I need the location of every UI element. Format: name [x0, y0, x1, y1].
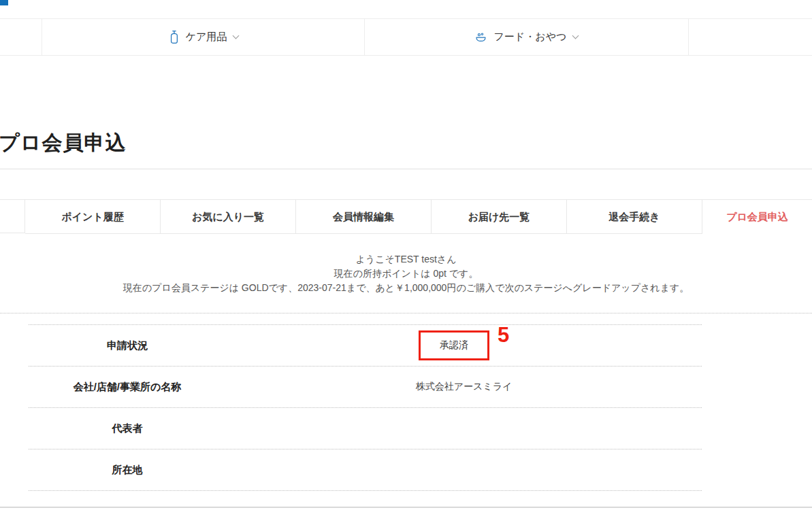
- member-info-row: 申請状況承認済5: [29, 324, 702, 367]
- bottom-divider: [0, 507, 812, 508]
- welcome-message: ようこそTEST testさん 現在の所持ポイントは 0pt です。 現在のプロ…: [0, 252, 812, 295]
- page-title: プロ会員申込: [0, 129, 126, 157]
- account-tab[interactable]: お届け先一覧: [432, 200, 567, 234]
- title-divider: [0, 169, 812, 169]
- annotation-number: 5: [498, 324, 509, 345]
- account-tab[interactable]: 退会手続き: [567, 200, 702, 234]
- nav-left-spacer: [0, 19, 42, 55]
- row-value: 承認済5: [226, 330, 702, 360]
- nav-item-label: フード・おやつ: [494, 31, 567, 44]
- food-bowl-icon: [475, 31, 487, 43]
- row-value: 株式会社アースミライ: [226, 381, 702, 393]
- account-tab[interactable]: 会員情報編集: [296, 200, 432, 234]
- points-line: 現在の所持ポイントは 0pt です。: [0, 267, 812, 281]
- welcome-line: ようこそTEST testさん: [0, 252, 812, 267]
- account-tab[interactable]: プロ会員申込: [702, 200, 812, 234]
- category-nav: ケア用品 フード・おやつ: [0, 18, 812, 56]
- member-info-row: 所在地: [29, 449, 702, 491]
- chevron-down-icon: [233, 33, 240, 39]
- nav-right-spacer: [689, 19, 812, 55]
- section-divider: [0, 313, 812, 313]
- account-tab[interactable]: ポイント履歴: [25, 200, 161, 234]
- stage-line: 現在のプロ会員ステージは GOLDです、2023-07-21まで、あと￥1,00…: [0, 281, 812, 295]
- account-tabs: ポイント履歴お気に入り一覧会員情報編集お届け先一覧退会手続きプロ会員申込: [0, 199, 812, 233]
- member-info-row: 会社/店舗/事業所の名称株式会社アースミライ: [29, 367, 702, 408]
- nav-item-label: ケア用品: [186, 31, 227, 44]
- nav-item-food-snacks[interactable]: フード・おやつ: [365, 19, 689, 55]
- nav-item-care-goods[interactable]: ケア用品: [42, 19, 365, 55]
- care-bottle-icon: [168, 31, 178, 44]
- status-annotation-box: 承認済: [419, 330, 489, 360]
- tab-strip-spacer: [0, 200, 25, 233]
- row-label: 会社/店舗/事業所の名称: [29, 381, 226, 394]
- account-tab[interactable]: お気に入り一覧: [161, 200, 296, 234]
- member-info-table: 申請状況承認済5会社/店舗/事業所の名称株式会社アースミライ代表者所在地: [29, 324, 702, 491]
- chevron-down-icon: [572, 33, 579, 39]
- row-label: 申請状況: [29, 339, 226, 352]
- site-logo-fragment: [0, 0, 8, 5]
- member-info-row: 代表者: [29, 408, 702, 449]
- row-label: 代表者: [29, 422, 226, 435]
- row-label: 所在地: [29, 464, 226, 477]
